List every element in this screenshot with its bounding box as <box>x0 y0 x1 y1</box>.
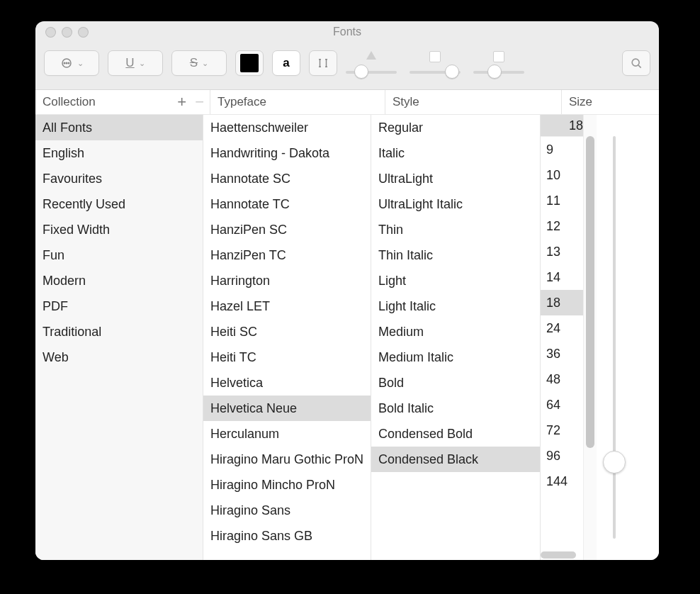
toolbar: ⌄ U ⌄ S ⌄ a <box>35 43 659 90</box>
add-collection-button[interactable]: + <box>177 93 186 111</box>
minimize-button[interactable] <box>62 27 72 38</box>
typeface-item[interactable]: Hiragino Maru Gothic ProN <box>203 447 371 472</box>
typeface-item[interactable]: Hannotate SC <box>203 166 371 191</box>
size-preset[interactable]: 9 <box>541 137 583 162</box>
size-preset[interactable]: 11 <box>541 188 583 213</box>
char-icon: a <box>283 56 289 70</box>
style-item[interactable]: UltraLight Italic <box>371 191 540 217</box>
typeface-item[interactable]: HanziPen SC <box>203 217 371 242</box>
styles-list[interactable]: RegularItalicUltraLightUltraLight Italic… <box>371 115 541 560</box>
collection-item[interactable]: Recently Used <box>35 191 203 217</box>
fonts-window: Fonts ⌄ U ⌄ S ⌄ a <box>35 21 659 560</box>
svg-point-2 <box>66 62 67 64</box>
window-title: Fonts <box>35 26 659 38</box>
collection-item[interactable]: Modern <box>35 268 203 293</box>
paragraph-spacing-button[interactable] <box>309 50 337 76</box>
leading-slider[interactable] <box>473 51 524 79</box>
collection-item[interactable]: Traditional <box>35 319 203 344</box>
svg-point-1 <box>64 62 65 64</box>
horizontal-scrollbar[interactable] <box>541 551 576 559</box>
scrollbar-thumb[interactable] <box>586 136 594 448</box>
size-preset[interactable]: 72 <box>541 418 583 443</box>
typeface-item[interactable]: Herculanum <box>203 421 371 447</box>
collection-item[interactable]: Fixed Width <box>35 217 203 242</box>
collection-item[interactable]: PDF <box>35 293 203 319</box>
style-item[interactable]: Medium Italic <box>371 344 540 370</box>
search-button[interactable] <box>622 50 650 76</box>
typefaces-list[interactable]: HaettenschweilerHandwriting - DakotaHann… <box>203 115 371 560</box>
square-marker-icon <box>429 51 441 62</box>
style-item[interactable]: Bold Italic <box>371 396 540 421</box>
kerning-slider[interactable] <box>346 51 397 79</box>
collection-header: Collection + − <box>35 90 210 114</box>
typeface-header: Typeface <box>210 90 385 114</box>
strike-button[interactable]: S ⌄ <box>171 50 227 76</box>
size-input[interactable] <box>541 115 586 137</box>
size-preset[interactable]: 64 <box>541 392 583 418</box>
style-header: Style <box>385 90 562 114</box>
text-effects-button[interactable]: ⌄ <box>44 50 99 76</box>
collection-item[interactable]: Fun <box>35 242 203 268</box>
header-label: Typeface <box>218 95 266 109</box>
style-item[interactable]: Condensed Black <box>371 447 540 472</box>
typography-sliders <box>346 47 524 79</box>
style-item[interactable]: Thin Italic <box>371 242 540 268</box>
style-item[interactable]: Medium <box>371 319 540 344</box>
typeface-item[interactable]: Hazel LET <box>203 293 371 319</box>
zoom-button[interactable] <box>78 27 89 38</box>
collections-list[interactable]: All FontsEnglishFavouritesRecently UsedF… <box>35 115 203 560</box>
strike-icon: S <box>190 56 198 70</box>
typeface-item[interactable]: Heiti TC <box>203 344 371 370</box>
slider-thumb[interactable] <box>603 451 626 473</box>
vertical-scrollbar[interactable] <box>583 115 597 560</box>
size-presets-list[interactable]: 9101112131418243648647296144 <box>541 137 583 560</box>
search-icon <box>629 56 643 70</box>
typeface-item[interactable]: Haettenschweiler <box>203 115 371 140</box>
header-label: Size <box>569 95 592 109</box>
typeface-item[interactable]: Hiragino Sans GB <box>203 523 371 549</box>
style-item[interactable]: Regular <box>371 115 540 140</box>
style-item[interactable]: Bold <box>371 370 540 396</box>
size-preset[interactable]: 36 <box>541 341 583 366</box>
size-preset[interactable]: 12 <box>541 213 583 239</box>
collection-item[interactable]: English <box>35 140 203 166</box>
typeface-item[interactable]: Harrington <box>203 268 371 293</box>
svg-line-11 <box>638 65 641 68</box>
triangle-marker-icon <box>366 51 376 60</box>
typeface-item[interactable]: Hiragino Mincho ProN <box>203 472 371 498</box>
style-item[interactable]: Light Italic <box>371 293 540 319</box>
background-color-button[interactable]: a <box>272 50 300 76</box>
size-preset[interactable]: 144 <box>541 469 583 494</box>
typeface-item[interactable]: HanziPen TC <box>203 242 371 268</box>
size-preset[interactable]: 10 <box>541 162 583 188</box>
underline-icon: U <box>125 56 134 70</box>
column-headers: Collection + − Typeface Style Size <box>35 90 659 115</box>
collection-item[interactable]: All Fonts <box>35 115 203 140</box>
typeface-item[interactable]: Helvetica Neue <box>203 396 371 421</box>
typeface-item[interactable]: Helvetica <box>203 370 371 396</box>
chevron-down-icon: ⌄ <box>77 59 84 68</box>
typeface-item[interactable]: Handwriting - Dakota <box>203 140 371 166</box>
baseline-slider[interactable] <box>410 51 461 79</box>
size-preset[interactable]: 13 <box>541 239 583 264</box>
size-preset[interactable]: 48 <box>541 366 583 392</box>
size-preset[interactable]: 96 <box>541 443 583 469</box>
collection-item[interactable]: Web <box>35 344 203 370</box>
style-item[interactable]: Thin <box>371 217 540 242</box>
typeface-item[interactable]: Heiti SC <box>203 319 371 344</box>
underline-button[interactable]: U ⌄ <box>108 50 163 76</box>
size-preset[interactable]: 14 <box>541 264 583 290</box>
collection-item[interactable]: Favourites <box>35 166 203 191</box>
style-item[interactable]: UltraLight <box>371 166 540 191</box>
style-item[interactable]: Italic <box>371 140 540 166</box>
size-preset[interactable]: 18 <box>541 290 583 315</box>
typeface-item[interactable]: Hannotate TC <box>203 191 371 217</box>
typeface-item[interactable]: Hiragino Sans <box>203 498 371 523</box>
size-slider[interactable] <box>597 115 632 560</box>
close-button[interactable] <box>45 27 56 38</box>
style-item[interactable]: Light <box>371 268 540 293</box>
size-preset[interactable]: 24 <box>541 315 583 341</box>
text-color-button[interactable] <box>235 50 264 76</box>
style-item[interactable]: Condensed Bold <box>371 421 540 447</box>
remove-collection-button[interactable]: − <box>195 93 204 111</box>
